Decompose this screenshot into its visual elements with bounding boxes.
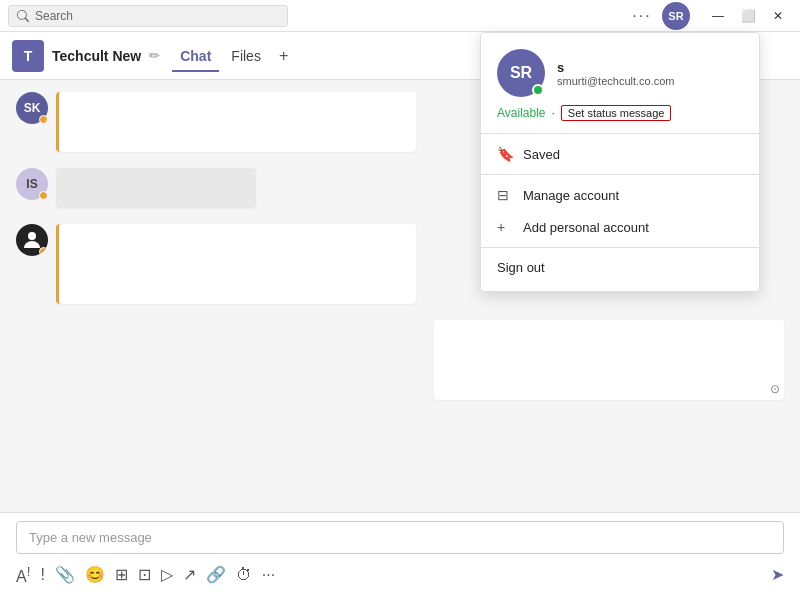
saved-icon: 🔖 (497, 146, 513, 162)
user-avatar-button[interactable]: SR (662, 2, 690, 30)
profile-dropdown: SR s smurti@techcult.co.com Available · … (480, 32, 760, 292)
manage-icon: ⊟ (497, 187, 513, 203)
more-options-button[interactable]: ··· (628, 5, 656, 27)
timer-icon[interactable]: ⏱ (236, 566, 252, 584)
input-placeholder: Type a new message (29, 530, 152, 545)
status-dot (39, 115, 48, 124)
message-bubble (56, 92, 416, 152)
meet-icon[interactable]: ▷ (161, 565, 173, 584)
saved-item[interactable]: 🔖 Saved (481, 138, 759, 170)
profile-header: SR s smurti@techcult.co.com (481, 33, 759, 105)
profile-info: s smurti@techcult.co.com (557, 60, 743, 87)
title-bar-right: ··· SR — ⬜ ✕ (628, 2, 792, 30)
manage-account-item[interactable]: ⊟ Manage account (481, 179, 759, 211)
window-controls: — ⬜ ✕ (704, 5, 792, 27)
dropdown-divider (481, 133, 759, 134)
tab-files[interactable]: Files (223, 44, 269, 68)
avatar: IS (16, 168, 48, 200)
status-dot (39, 247, 48, 256)
status-dot (39, 191, 48, 200)
tab-chat[interactable]: Chat (172, 44, 219, 68)
more-toolbar-icon[interactable]: ··· (262, 566, 275, 584)
profile-name: s (557, 60, 743, 75)
search-placeholder: Search (35, 9, 73, 23)
status-separator: · (551, 106, 554, 120)
add-tab-button[interactable]: + (279, 47, 288, 65)
emoji-icon[interactable]: 😊 (85, 565, 105, 584)
priority-icon[interactable]: ! (40, 566, 44, 584)
apps-icon[interactable]: ⊞ (115, 565, 128, 584)
manage-account-label: Manage account (523, 188, 619, 203)
search-box[interactable]: Search (8, 5, 288, 27)
profile-avatar: SR (497, 49, 545, 97)
close-button[interactable]: ✕ (764, 5, 792, 27)
table-row: ⊙ (16, 320, 784, 400)
team-name: Techcult New (52, 48, 141, 64)
maximize-button[interactable]: ⬜ (734, 5, 762, 27)
avatar (16, 224, 48, 256)
saved-label: Saved (523, 147, 560, 162)
svg-point-0 (28, 232, 36, 240)
sign-out-item[interactable]: Sign out (481, 252, 759, 283)
input-area: Type a new message A! ! 📎 😊 ⊞ ⊡ ▷ ↗ 🔗 ⏱ … (0, 512, 800, 594)
message-bubble (56, 168, 256, 208)
title-bar: Search ··· SR — ⬜ ✕ (0, 0, 800, 32)
schedule-icon[interactable]: ⊡ (138, 565, 151, 584)
profile-email: smurti@techcult.co.com (557, 75, 743, 87)
message-icon: ⊙ (770, 382, 780, 396)
format-text-icon[interactable]: A! (16, 564, 30, 586)
minimize-button[interactable]: — (704, 5, 732, 27)
message-bubble (56, 224, 416, 304)
avatar: SK (16, 92, 48, 124)
header-tabs: Chat Files (172, 44, 269, 68)
set-status-button[interactable]: Set status message (561, 105, 672, 121)
add-account-icon: + (497, 219, 513, 235)
availability-status: Available (497, 106, 545, 120)
toolbar: A! ! 📎 😊 ⊞ ⊡ ▷ ↗ 🔗 ⏱ ··· ➤ (16, 560, 784, 590)
search-icon (17, 10, 29, 22)
dropdown-divider-2 (481, 174, 759, 175)
loop-icon[interactable]: 🔗 (206, 565, 226, 584)
add-personal-account-item[interactable]: + Add personal account (481, 211, 759, 243)
message-input[interactable]: Type a new message (16, 521, 784, 554)
add-personal-label: Add personal account (523, 220, 649, 235)
message-bubble (434, 320, 784, 400)
send-button[interactable]: ➤ (771, 565, 784, 584)
edit-icon[interactable]: ✏ (149, 48, 160, 63)
dropdown-divider-3 (481, 247, 759, 248)
share-icon[interactable]: ↗ (183, 565, 196, 584)
team-icon: T (12, 40, 44, 72)
attach-icon[interactable]: 📎 (55, 565, 75, 584)
online-status-dot (532, 84, 544, 96)
profile-status-row: Available · Set status message (481, 105, 759, 129)
